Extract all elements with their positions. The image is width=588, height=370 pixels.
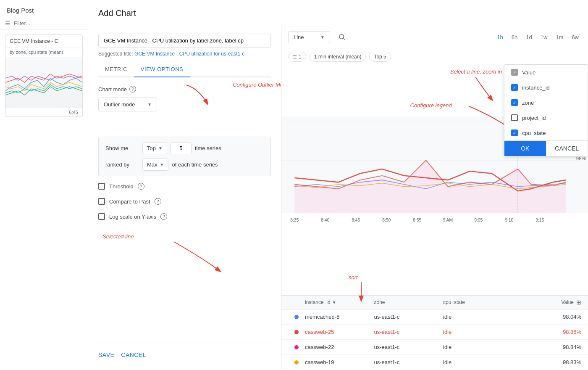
sidebar-title: Blog Post — [0, 0, 88, 17]
chart-filters: ☰ 1 1 min interval (mean) Top 5 — [281, 49, 588, 64]
log-scale-checkbox[interactable] — [98, 213, 105, 220]
tab-view-options[interactable]: VIEW OPTIONS — [134, 62, 190, 77]
legend-ok-button[interactable]: OK — [504, 141, 546, 156]
filter-chip-1[interactable]: ☰ 1 — [288, 52, 306, 62]
svg-point-0 — [339, 34, 344, 39]
legend-item-zone: zone — [504, 95, 588, 110]
time-btn-1w[interactable]: 1w — [538, 32, 550, 42]
table-row[interactable]: memcached-8 us-east1-c idle 98.04% — [281, 309, 588, 325]
top-dropdown[interactable]: Top ▼ — [142, 142, 167, 154]
legend-checkbox-zone[interactable] — [511, 99, 518, 106]
threshold-label: Threshold — [109, 183, 134, 190]
threshold-help-icon[interactable]: ? — [138, 183, 144, 190]
table-row[interactable]: cassweb-19 us-east1-c idle 98.83% — [281, 355, 588, 370]
time-btn-1h[interactable]: 1h — [494, 32, 505, 42]
row-cpu-state-1: idle — [443, 314, 512, 320]
threshold-checkbox[interactable] — [98, 183, 105, 190]
table-row-selected[interactable]: cassweb-25 us-east1-c idle 98.86% — [281, 325, 588, 340]
legend-cancel-button[interactable]: CANCEL — [546, 141, 588, 156]
sidebar-card[interactable]: GCE VM Instance - C by zone, cpu state (… — [5, 34, 83, 117]
sidebar-chart-preview — [5, 57, 82, 108]
sort-icon-instance-id: ▼ — [332, 300, 336, 305]
row-dot-4 — [288, 360, 305, 365]
max-dropdown-arrow: ▼ — [160, 162, 164, 167]
col-header-zone: zone — [374, 299, 444, 306]
col-header-dot — [288, 299, 305, 306]
chart-search-button[interactable] — [335, 30, 349, 44]
filter-chip-top5[interactable]: Top 5 — [369, 52, 391, 62]
row-zone-3: us-east1-c — [374, 344, 444, 350]
top-dropdown-arrow: ▼ — [158, 146, 163, 151]
chart-mode-label: Chart mode ? — [98, 86, 271, 92]
legend-label-cpu-state: cpu_state — [522, 130, 546, 136]
chart-type-dropdown[interactable]: Line ▼ — [288, 31, 330, 43]
row-zone-1: us-east1-c — [374, 314, 444, 320]
time-btn-1m[interactable]: 1m — [553, 32, 566, 42]
table-header: instance_id ▼ zone cpu_state Value ⊞ — [281, 296, 588, 309]
bottom-buttons: SAVE CANCEL — [98, 343, 271, 362]
chart-mode-dropdown[interactable]: Outlier mode ▼ — [98, 98, 157, 111]
legend-checkbox-value[interactable] — [511, 69, 518, 76]
metric-input[interactable] — [98, 34, 271, 48]
row-value-1: 98.04% — [512, 314, 582, 320]
selected-line-annotation: Selected line — [102, 233, 134, 240]
selected-line-arrow-svg — [98, 233, 224, 275]
time-btn-6h[interactable]: 6h — [509, 32, 520, 42]
row-cpu-state-3: idle — [443, 344, 512, 350]
tab-metric[interactable]: METRIC — [98, 62, 134, 77]
legend-dropdown: Value instance_id zone project_id — [504, 64, 588, 156]
time-buttons: 1h 6h 1d 1w 1m 6w — [494, 32, 581, 42]
log-scale-help-icon[interactable]: ? — [160, 213, 167, 220]
legend-item-project-id: project_id — [504, 110, 588, 125]
row-dot-3 — [288, 345, 305, 349]
row-zone-4: us-east1-c — [374, 359, 444, 365]
tabs-bar: METRIC VIEW OPTIONS — [98, 62, 271, 77]
legend-label-instance-id: instance_id — [522, 85, 550, 91]
row-dot-2 — [288, 330, 305, 334]
compare-to-past-row: Compare to Past ? — [98, 198, 271, 205]
main-panel: Add Chart Suggested title: GCE VM Instan… — [88, 0, 588, 370]
compare-to-past-checkbox[interactable] — [98, 198, 105, 205]
suggested-title-link[interactable]: GCE VM Instance - CPU utilization for us… — [134, 51, 244, 57]
data-table: instance_id ▼ zone cpu_state Value ⊞ — [281, 295, 588, 370]
chart-type-dropdown-arrow: ▼ — [320, 35, 325, 40]
svg-text:9:10: 9:10 — [505, 218, 513, 222]
sidebar-card-subtitle: by zone, cpu state (mean) — [5, 48, 82, 57]
col-header-instance-id[interactable]: instance_id ▼ — [305, 299, 374, 306]
row-value-2: 98.86% — [512, 329, 582, 335]
log-scale-label: Log scale on Y-axis — [109, 214, 156, 220]
max-dropdown[interactable]: Max ▼ — [142, 159, 168, 171]
table-row[interactable]: cassweb-22 us-east1-c idle 98.84% — [281, 340, 588, 355]
chart-mode-help-icon[interactable]: ? — [129, 86, 136, 92]
right-panel: Line ▼ 1h 6h 1d 1w 1m 6w — [281, 25, 588, 370]
row-instance-id-1: memcached-8 — [305, 314, 374, 320]
row-dot-1 — [288, 315, 305, 319]
suggested-title: Suggested title: GCE VM Instance - CPU u… — [98, 51, 271, 57]
legend-checkbox-project-id[interactable] — [511, 114, 518, 121]
save-button[interactable]: SAVE — [98, 348, 114, 362]
sidebar-card-title: GCE VM Instance - C — [5, 35, 82, 48]
time-series-text: time series — [195, 145, 221, 151]
row-value-4: 98.83% — [512, 359, 582, 365]
time-btn-1d[interactable]: 1d — [523, 32, 534, 42]
legend-checkbox-instance-id[interactable] — [511, 84, 518, 91]
main-header: Add Chart — [88, 0, 588, 25]
time-btn-6w[interactable]: 6w — [569, 32, 581, 42]
sidebar-filter-input[interactable] — [14, 20, 83, 26]
sort-annotation-area: sort — [281, 283, 588, 295]
compare-to-past-help-icon[interactable]: ? — [155, 198, 161, 205]
cancel-bottom-button[interactable]: CANCEL — [121, 348, 146, 362]
col-header-value: Value ⊞ — [512, 299, 582, 306]
grid-icon[interactable]: ⊞ — [576, 299, 581, 306]
filter-chip-1-icon: ☰ — [293, 54, 297, 60]
chart-area: 100% 98% — [281, 64, 588, 283]
filter-chip-interval[interactable]: 1 min interval (mean) — [310, 52, 366, 62]
col-header-cpu-state: cpu_state — [443, 299, 512, 306]
legend-item-cpu-state: cpu_state — [504, 125, 588, 140]
svg-text:8:40: 8:40 — [321, 218, 329, 222]
legend-ok-cancel-row: OK CANCEL — [504, 140, 588, 156]
each-series-text: of each time series — [172, 161, 218, 168]
series-count-input[interactable] — [171, 142, 192, 154]
legend-checkbox-cpu-state[interactable] — [511, 130, 518, 136]
ranked-by-label: ranked by — [105, 161, 139, 168]
